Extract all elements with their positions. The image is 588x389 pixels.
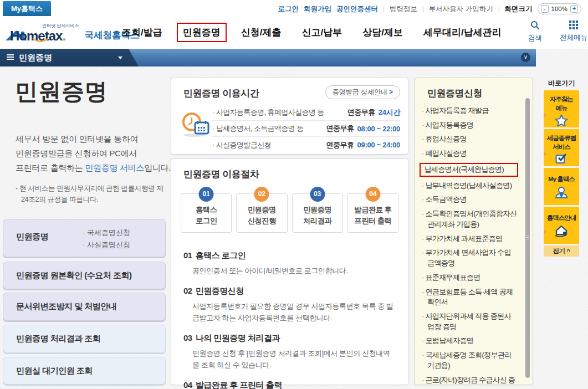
certificate-center-link[interactable]: 공인인증센터: [336, 4, 378, 14]
lnb-bar: 민원증명 ∨: [0, 49, 536, 66]
cert-item[interactable]: 표준재무제표증명: [422, 273, 517, 283]
quick-hometax-guide[interactable]: 홈택스안내: [544, 207, 579, 244]
step-descriptions: 01홈택스 로그인 공인인증서 또는 아이디/비밀번호로 로그인합니다. 02민…: [183, 250, 397, 389]
step-number-badge: 01: [199, 187, 214, 202]
usage-steps-title: 민원증명 이용절차: [183, 168, 259, 181]
step-card-result: 03 민원증명 처리결과: [292, 193, 343, 233]
nav-apply-submit[interactable]: 신청/제출: [241, 26, 282, 39]
clock-calendar-icon: [181, 110, 210, 140]
left-menu-title: 민원증명: [16, 232, 48, 242]
step-cards: 01 홈택스 로그인 02 민원증명 신청진행 03 민원증명 처리결과 04 …: [181, 193, 398, 233]
cert-item[interactable]: 사업자등록증명: [422, 120, 517, 131]
brand-name: Hometax.: [10, 29, 79, 43]
time-row: 사업자등록증명, 휴폐업사실증명 등 연중무휴 24시간: [212, 105, 400, 121]
all-menu-button[interactable]: 전체메뉴: [559, 21, 588, 43]
cert-item[interactable]: 폐업사실증명: [422, 149, 517, 159]
zoom-level: 100%: [551, 6, 567, 12]
search-button[interactable]: 검색: [520, 21, 549, 43]
cert-item[interactable]: 사업자등록증 재발급: [422, 106, 517, 116]
cert-item[interactable]: 사업자단위과세 적용 종된사업장 증명: [422, 311, 517, 332]
left-menu-original-check[interactable]: 민원증명 원본확인 (수요처 조회): [3, 262, 166, 289]
cert-item[interactable]: 국세납세증명 조회(정부관리기관용): [422, 350, 517, 371]
nav-inquiry-issue[interactable]: 조회/발급: [122, 26, 162, 39]
grid-menu-icon: [569, 21, 578, 29]
brand-tagline: 인터넷 납세서비스: [42, 23, 79, 28]
signup-link[interactable]: 회원가입: [304, 4, 331, 14]
cert-item[interactable]: 부가가치세 과세표준증명: [422, 234, 517, 244]
time-row: 납세증명서, 소득금액증명 등 연중무휴 08:00 ~ 22:00: [212, 121, 400, 137]
time-row: 사실증명발급신청 연중무휴 09:00 ~ 24:00: [212, 137, 400, 153]
left-menu-forgery-prevention[interactable]: 문서위변조방지 및 처벌안내: [3, 293, 166, 321]
quick-sidebar-title: 바로가기: [544, 79, 579, 90]
usage-time-panel: 민원증명 이용시간 증명발급 상세안내>: [171, 78, 408, 155]
divider: |: [422, 6, 424, 12]
quick-sidebar: 바로가기 자주찾는 메뉴 세금종류별 서비스: [544, 79, 579, 257]
quick-tax-type-services[interactable]: 세금종류별 서비스: [544, 129, 579, 166]
cert-panel-title: 민원증명신청: [427, 87, 482, 100]
usage-time-rows: 사업자등록증명, 휴폐업사실증명 등 연중무휴 24시간 납세증명서, 소득금액…: [212, 105, 400, 153]
nav-report-pay[interactable]: 신고/납부: [301, 26, 342, 39]
cert-application-panel: 민원증명신청 사업자등록증 재발급 사업자등록증명 휴업사실증명 폐업사실증명 …: [415, 78, 533, 385]
left-menu-waiting-count[interactable]: 민원실 대기인원 조회: [3, 357, 166, 385]
global-nav: 조회/발급 민원증명 신청/제출 신고/납부 상담/제보 세무대리/납세관리: [122, 16, 502, 49]
step-card-login: 01 홈택스 로그인: [181, 193, 232, 233]
sub-fact-cert-link[interactable]: 사실증명신청: [83, 239, 130, 251]
lnb-menu-title[interactable]: 민원증명: [19, 49, 52, 66]
zoom-control: - 100% +: [538, 3, 581, 14]
dept-user-signup-link[interactable]: 부서사용자 가입하기: [429, 4, 493, 14]
hometax-page: My홈택스 로그인 회원가입 공인인증센터 | 법령정보 | 부서사용자 가입하…: [0, 0, 588, 389]
sub-national-cert-link[interactable]: 국세증명신청: [83, 227, 130, 239]
top-utility-bar: My홈택스 로그인 회원가입 공인인증센터 | 법령정보 | 부서사용자 가입하…: [0, 0, 588, 16]
cert-item[interactable]: 부가가치세 면세사업자 수입금액증명: [422, 248, 517, 268]
left-menu-sublinks: 국세증명신청 사실증명신청: [83, 227, 130, 251]
cert-item[interactable]: 소득금액증명: [422, 194, 517, 205]
nav-civil-certificate[interactable]: 민원증명: [177, 23, 227, 42]
search-icon: [530, 21, 540, 30]
cert-item-tax-payment-highlighted[interactable]: 납세증명서(국세완납증명): [420, 163, 518, 177]
cert-item[interactable]: 납부내역증명(납세사실증명): [422, 181, 517, 191]
nav-consult-report[interactable]: 상담/제보: [362, 26, 403, 39]
step-number-badge: 04: [365, 187, 380, 202]
step-number-badge: 02: [254, 187, 269, 202]
left-arrow-icon: [544, 151, 547, 157]
zoom-in-button[interactable]: +: [570, 5, 578, 13]
lnb-collapse-button[interactable]: ∨: [521, 53, 530, 62]
cert-item[interactable]: 휴업사실증명: [422, 134, 517, 145]
quick-collapse-button[interactable]: 접기 ^: [544, 245, 579, 257]
usage-steps-panel: 민원증명 이용절차 01 홈택스 로그인 02 민원증명 신청진행 03 민원증…: [171, 158, 408, 385]
issue-detail-button[interactable]: 증명발급 상세안내>: [325, 85, 400, 99]
cert-scrollbar-thumb[interactable]: [525, 98, 530, 378]
step-card-print: 04 발급완료 후 프린터 출력: [347, 193, 398, 233]
page-description: 세무서 방문 없이 인터넷을 통하여 민원증명발급을 신청하여 PC에서 프린터…: [16, 132, 171, 175]
cert-list: 사업자등록증 재발급 사업자등록증명 휴업사실증명 폐업사실증명 납세증명서(국…: [422, 106, 517, 385]
my-hometax-tab[interactable]: My홈택스: [3, 1, 51, 16]
checkbox-icon: [544, 153, 579, 166]
person-icon: [544, 186, 579, 201]
cert-item[interactable]: 모범납세자증명: [422, 336, 517, 346]
left-menu-civil-certificate[interactable]: 민원증명 국세증명신청 사실증명신청: [3, 219, 166, 257]
law-info-link[interactable]: 법령정보: [390, 4, 417, 14]
quick-my-hometax[interactable]: My 홈택스: [544, 168, 579, 205]
header: 인터넷 납세서비스 Hometax. 국세청홈택스 조회/발급 민원증명 신청/…: [0, 16, 588, 49]
divider: |: [383, 6, 385, 12]
step-description: 03나의 민원증명 처리결과 민원증명 신청 후 [민원증명 처리결과 조회]에…: [183, 333, 397, 371]
cert-item[interactable]: 근로(자녀)장려금 수급사실 증명: [422, 375, 517, 385]
lnb-dropdown-caret-icon[interactable]: [118, 57, 122, 59]
zoom-out-button[interactable]: -: [541, 5, 549, 13]
step-description: 02민원증명신청 사업자등록번호가 필요한 증명일 경우 사업자등록번호 목록 …: [183, 286, 397, 324]
divider: |: [498, 6, 500, 12]
left-menu-result-inquiry[interactable]: 민원증명 처리결과 조회: [3, 325, 166, 353]
search-label: 검색: [520, 33, 549, 43]
step-number-badge: 03: [310, 187, 325, 202]
hamburger-icon[interactable]: [7, 54, 14, 60]
cert-item[interactable]: 연금보험료등 소득·세액 공제확인서: [422, 287, 517, 308]
left-arrow-icon: [544, 229, 547, 234]
all-menu-label: 전체메뉴: [559, 33, 588, 43]
cert-item[interactable]: 소득확인증명서(개인종합자산관리계좌 가입용): [422, 209, 517, 229]
nav-tax-agent[interactable]: 세무대리/납세관리: [423, 26, 502, 39]
hometax-logo[interactable]: 인터넷 납세서비스 Hometax. 국세청홈택스: [4, 19, 139, 43]
login-link[interactable]: 로그인: [278, 4, 299, 14]
quick-favorite-menu[interactable]: 자주찾는 메뉴: [544, 90, 579, 127]
main-content: 민원증명 ∨ 민원증명 세무서 방문 없이 인터넷을 통하여 민원증명발급을 신…: [0, 49, 588, 389]
header-utilities: 검색 전체메뉴: [520, 21, 588, 43]
